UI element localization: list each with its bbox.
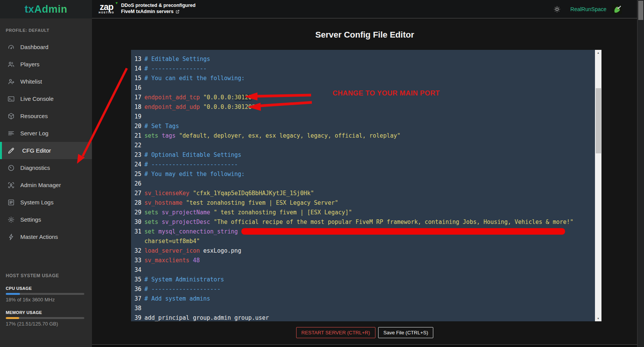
code-line: 39add_principal group.admin group.user [131, 313, 595, 321]
line-number: 25 [134, 169, 141, 179]
code-line: 14# ---------------- [131, 64, 595, 74]
sidebar-item-master-actions[interactable]: Master Actions [0, 228, 92, 245]
sidebar-item-server-log[interactable]: Server Log [0, 125, 92, 142]
editor-scroll-up-button[interactable]: ▲ [595, 50, 601, 56]
zap-hosting-banner[interactable]: zap▼ HOSTING DDoS protected & preconfigu… [97, 2, 195, 15]
line-number: 37 [134, 294, 141, 304]
page-scrollbar[interactable] [637, 0, 644, 347]
sidebar-item-label: Dashboard [20, 44, 48, 50]
code-line: 35# System Administrators [131, 275, 595, 285]
profile-label: PROFILE: DEFAULT [6, 28, 49, 33]
line-number: 20 [134, 122, 141, 131]
line-number: 14 [134, 64, 141, 74]
line-number: 21 [134, 131, 141, 141]
code-line: 33sv_maxclients 48 [131, 256, 595, 265]
code-line: 27sv_licenseKey "cfxk_1Yqap5eIDq6BbHAJKy… [131, 189, 595, 198]
user-avatar[interactable] [612, 4, 622, 14]
sidebar-item-label: Master Actions [20, 234, 58, 240]
sidebar-item-label: Whitelist [20, 78, 42, 85]
line-number: 24 [134, 160, 141, 169]
sidebar: txAdmin PROFILE: DEFAULT DashboardPlayer… [0, 0, 92, 347]
sidebar-item-live-console[interactable]: Live Console [0, 90, 92, 107]
code-line: 30sets sv_projectDesc "The official reci… [131, 217, 595, 227]
code-line: 19 [131, 112, 595, 122]
cpu-usage-caption: 18% of 16x 3600 MHz [6, 297, 85, 303]
sun-icon [553, 5, 561, 13]
code-line: 23# Optional Editable Settings [131, 150, 595, 160]
zap-promo-line1: DDoS protected & preconfigured [121, 2, 195, 8]
footer-strip [92, 344, 637, 347]
sidebar-item-label: System Logs [20, 199, 54, 206]
line-number: 30 [134, 217, 141, 227]
sidebar-item-cfg-editor[interactable]: CFG Editor [0, 142, 92, 159]
page-title: Server Config File Editor [92, 30, 637, 40]
line-number: 35 [134, 275, 141, 285]
bolt-icon [7, 233, 15, 241]
txadmin-logo-tx: tx [25, 3, 34, 15]
code-line: 31set mysql_connection_string [131, 227, 595, 237]
txadmin-logo-admin: Admin [34, 3, 67, 15]
zap-promo-line2: FiveM txAdmin servers [121, 8, 174, 15]
memory-usage-bar [6, 317, 84, 319]
zap-logo-triangle-icon: ▼ [115, 2, 118, 5]
code-line: 24# ------------------------- [131, 160, 595, 169]
save-file-button[interactable]: Save File (CTRL+S) [378, 327, 434, 338]
sidebar-item-players[interactable]: Players [0, 56, 92, 73]
gauge-icon [7, 43, 15, 51]
cube-icon [7, 112, 15, 120]
sidebar-item-admin-manager[interactable]: Admin Manager [0, 176, 92, 194]
restart-server-button[interactable]: RESTART SERVER (CTRL+R) [296, 327, 375, 338]
code-line: 18endpoint_add_udp "0.0.0.0:30120" [131, 102, 595, 112]
line-number: 17 [134, 93, 141, 102]
clock-icon [7, 164, 15, 172]
sidebar-item-settings[interactable]: Settings [0, 211, 92, 228]
txadmin-logo[interactable]: txAdmin [25, 3, 67, 15]
code-line: 25# You may edit the following: [131, 169, 595, 179]
sidebar-item-resources[interactable]: Resources [0, 107, 92, 125]
sidebar-item-dashboard[interactable]: Dashboard [0, 38, 92, 56]
page-scrollbar-thumb[interactable] [638, 1, 643, 20]
theme-toggle-button[interactable] [553, 5, 561, 13]
line-number: 38 [134, 304, 141, 313]
doc-icon [7, 199, 15, 206]
code-line: charset=utf8mb4" [131, 237, 595, 246]
line-number: 16 [134, 83, 141, 93]
username[interactable]: RealRunSpace [570, 6, 606, 12]
editor-scroll-down-button[interactable]: ▼ [595, 316, 601, 321]
sidebar-item-label: Players [20, 61, 39, 67]
line-number: 19 [134, 112, 141, 122]
line-number: 36 [134, 285, 141, 294]
topbar-right: RealRunSpace [553, 0, 622, 18]
line-number: 23 [134, 150, 141, 160]
sidebar-item-whitelist[interactable]: Whitelist [0, 73, 92, 90]
sidebar-item-label: Resources [20, 113, 48, 119]
line-number: 29 [134, 208, 141, 217]
line-number: 32 [134, 246, 141, 256]
sidebar-item-diagnostics[interactable]: Diagnostics [0, 159, 92, 176]
line-number: 18 [134, 102, 141, 112]
memory-usage-caption: 17% (21.51/125.70 GB) [6, 321, 85, 327]
editor-scrollbar-thumb[interactable] [596, 88, 601, 153]
line-number: 31 [134, 227, 141, 237]
cfg-code-editor[interactable]: 13# Editable Settings14# ---------------… [131, 50, 595, 321]
players-icon [7, 61, 15, 68]
pencil-icon [7, 147, 15, 155]
code-line: 17endpoint_add_tcp "0.0.0.0:30120" [131, 93, 595, 102]
code-line: 38 [131, 304, 595, 313]
line-number: 34 [134, 265, 141, 275]
sidebar-header: txAdmin [0, 0, 92, 18]
zap-hosting-logo: zap▼ HOSTING [97, 3, 116, 14]
sidebar-item-label: Settings [20, 216, 41, 223]
code-line: 13# Editable Settings [131, 54, 595, 64]
code-line: 32load_server_icon esxLogo.png [131, 246, 595, 256]
gear-icon [7, 216, 15, 224]
sidebar-item-system-logs[interactable]: System Logs [0, 194, 92, 211]
line-number: 22 [134, 141, 141, 150]
line-number: 26 [134, 179, 141, 189]
editor-scrollbar[interactable]: ▲ ▼ [595, 50, 601, 321]
line-number: 15 [134, 74, 141, 83]
list-icon [7, 130, 15, 137]
sidebar-item-label: Diagnostics [20, 164, 50, 171]
code-line: 20# Set Tags [131, 122, 595, 131]
host-system-usage: HOST SYSTEM USAGE CPU USAGE 18% of 16x 3… [6, 273, 85, 327]
